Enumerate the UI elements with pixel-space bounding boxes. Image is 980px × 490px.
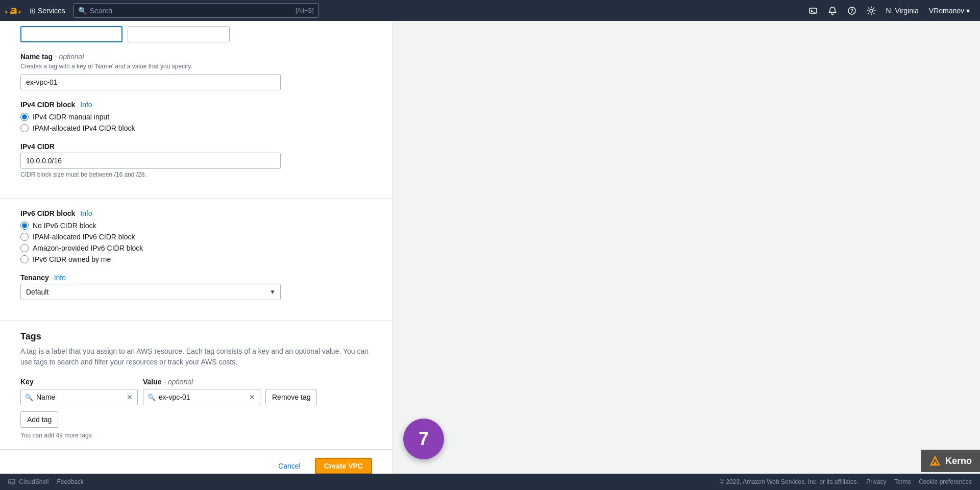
cancel-button[interactable]: Cancel: [270, 459, 309, 473]
name-tag-optional: - optional: [55, 53, 84, 61]
ipv4-cidr-label: IPv4 CIDR: [20, 142, 372, 151]
ipv6-no-cidr-label: No IPv6 CIDR block: [33, 222, 96, 230]
ipv6-amazon-radio[interactable]: [20, 244, 29, 252]
tenancy-field-group: Tenancy Info Default Dedicated Host ▼: [20, 274, 372, 300]
ipv4-ipam-label: IPAM-allocated IPv4 CIDR block: [33, 124, 135, 132]
kerno-logo-icon: [929, 455, 941, 467]
search-shortcut: [Alt+S]: [296, 7, 314, 14]
tags-description: A tag is a label that you assign to an A…: [20, 346, 372, 368]
notifications-icon[interactable]: [823, 0, 842, 21]
ipv6-ipam-radio-item[interactable]: IPAM-allocated IPv6 CIDR block: [20, 233, 372, 241]
tenancy-select-wrapper: Default Dedicated Host ▼: [20, 284, 281, 300]
value-input[interactable]: [159, 393, 248, 401]
services-label: Services: [38, 7, 65, 15]
ipv6-amazon-radio-item[interactable]: Amazon-provided IPv6 CIDR block: [20, 244, 372, 252]
ipv6-cidr-info-link[interactable]: Info: [80, 209, 92, 217]
top-partial-inputs: [0, 21, 393, 42]
top-navigation: ⊞ Services 🔍 [Alt+S] ? N. Virginia VRoma…: [0, 0, 980, 21]
key-search-icon: 🔍: [25, 394, 33, 401]
services-menu[interactable]: ⊞ Services: [26, 0, 69, 21]
cloud-shell-icon[interactable]: [803, 0, 823, 21]
ipv6-no-cidr-radio-item[interactable]: No IPv6 CIDR block: [20, 222, 372, 230]
search-bar[interactable]: 🔍 [Alt+S]: [74, 3, 318, 18]
name-tag-input[interactable]: [20, 74, 281, 90]
tag-column-labels: Key Value - optional: [20, 378, 372, 386]
ipv6-owned-radio-item[interactable]: IPv6 CIDR owned by me: [20, 255, 372, 263]
ipv4-ipam-radio-item[interactable]: IPAM-allocated IPv4 CIDR block: [20, 124, 372, 132]
region-selector[interactable]: N. Virginia: [881, 0, 924, 21]
value-clear-button[interactable]: ✕: [248, 393, 256, 401]
key-input[interactable]: [36, 393, 126, 401]
ipv4-cidr-field-group: IPv4 CIDR CIDR block size must be betwee…: [20, 142, 372, 178]
tag-row: 🔍 ✕ 🔍 ✕ Remove tag: [20, 389, 372, 405]
name-tag-field-group: Name tag - optional Creates a tag with a…: [20, 53, 372, 90]
form-panel: Name tag - optional Creates a tag with a…: [0, 21, 393, 474]
user-label: VRomanov ▾: [929, 7, 970, 15]
tenancy-select[interactable]: Default Dedicated Host: [20, 284, 281, 300]
ipv6-no-cidr-radio[interactable]: [20, 222, 29, 230]
tags-note: You can add 49 more tags: [20, 432, 372, 439]
ipv6-ipam-radio[interactable]: [20, 233, 29, 241]
add-tag-button[interactable]: Add tag: [20, 411, 58, 428]
region-label: N. Virginia: [886, 7, 919, 15]
ipv4-cidr-input[interactable]: [20, 153, 281, 169]
search-icon: 🔍: [78, 7, 87, 15]
ipv6-cidr-block-field-group: IPv6 CIDR block Info No IPv6 CIDR block …: [20, 209, 372, 263]
ipv6-cidr-block-label: IPv6 CIDR block Info: [20, 209, 372, 217]
ipv4-manual-radio[interactable]: [20, 113, 29, 121]
grid-icon: ⊞: [30, 7, 36, 15]
ipv4-cidr-block-label: IPv4 CIDR block Info: [20, 101, 372, 109]
tenancy-label: Tenancy Info: [20, 274, 372, 282]
ipv6-cidr-radio-group: No IPv6 CIDR block IPAM-allocated IPv6 C…: [20, 222, 372, 263]
key-clear-button[interactable]: ✕: [126, 393, 134, 401]
ipv4-cidr-block-field-group: IPv4 CIDR block Info IPv4 CIDR manual in…: [20, 101, 372, 132]
ipv4-manual-radio-item[interactable]: IPv4 CIDR manual input: [20, 113, 372, 121]
aws-logo[interactable]: [5, 4, 21, 18]
svg-rect-0: [810, 8, 817, 13]
name-tag-description: Creates a tag with a key of 'Name' and a…: [20, 63, 372, 70]
svg-point-4: [870, 9, 873, 12]
ipv4-cidr-radio-group: IPv4 CIDR manual input IPAM-allocated IP…: [20, 113, 372, 132]
ipv6-owned-radio[interactable]: [20, 255, 29, 263]
create-vpc-button[interactable]: Create VPC: [315, 458, 372, 474]
value-column-label: Value - optional: [143, 378, 260, 386]
ipv6-owned-label: IPv6 CIDR owned by me: [33, 255, 111, 263]
ipv4-cidr-hint: CIDR block size must be between /16 and …: [20, 171, 372, 178]
search-input[interactable]: [90, 7, 293, 15]
kerno-label: Kerno: [945, 456, 972, 467]
partial-input-1[interactable]: [20, 26, 122, 42]
name-tag-label: Name tag - optional: [20, 53, 372, 61]
tags-section: Tags A tag is a label that you assign to…: [0, 321, 393, 449]
ipv6-amazon-label: Amazon-provided IPv6 CIDR block: [33, 244, 143, 252]
kerno-watermark: Kerno: [921, 450, 980, 472]
settings-icon[interactable]: [862, 0, 881, 21]
name-tag-section: Name tag - optional Creates a tag with a…: [0, 42, 393, 199]
step-badge: 7: [403, 419, 444, 459]
svg-marker-6: [933, 461, 937, 465]
value-optional-label: - optional: [163, 378, 193, 386]
key-column-label: Key: [20, 378, 138, 386]
ipv4-ipam-radio[interactable]: [20, 124, 29, 132]
action-bar: Cancel Create VPC: [0, 449, 393, 474]
ipv6-ipam-label: IPAM-allocated IPv6 CIDR block: [33, 233, 135, 241]
right-panel: [393, 21, 980, 474]
tags-title: Tags: [20, 331, 372, 342]
remove-tag-button[interactable]: Remove tag: [265, 389, 317, 405]
step-number: 7: [419, 428, 429, 450]
ipv4-manual-label: IPv4 CIDR manual input: [33, 113, 109, 121]
help-icon[interactable]: ?: [842, 0, 862, 21]
ipv4-cidr-info-link[interactable]: Info: [80, 101, 92, 109]
value-search-icon: 🔍: [148, 394, 156, 401]
tenancy-info-link[interactable]: Info: [54, 274, 66, 282]
key-input-wrapper: 🔍 ✕: [20, 389, 138, 405]
user-menu[interactable]: VRomanov ▾: [924, 0, 975, 21]
value-input-wrapper: 🔍 ✕: [143, 389, 260, 405]
ipv6-section: IPv6 CIDR block Info No IPv6 CIDR block …: [0, 199, 393, 321]
partial-input-2[interactable]: [128, 26, 230, 42]
svg-text:?: ?: [850, 8, 853, 14]
